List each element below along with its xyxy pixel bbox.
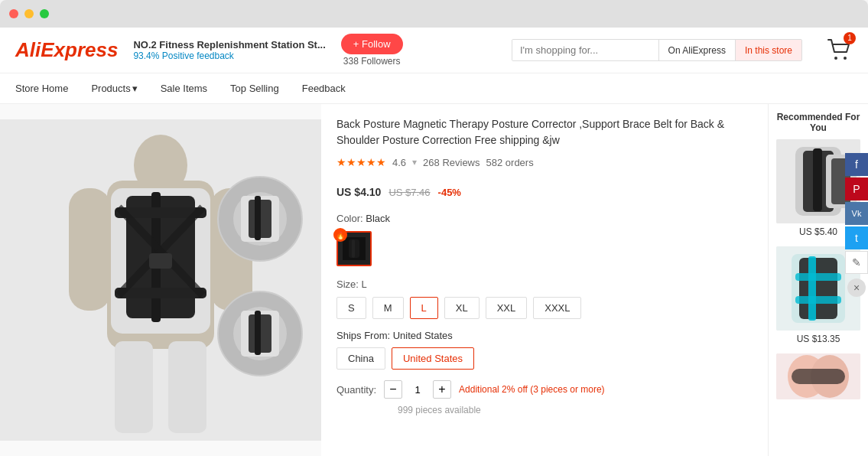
hot-icon: 🔥	[333, 228, 347, 242]
svg-rect-27	[352, 239, 355, 258]
nav-top-selling[interactable]: Top Selling	[230, 75, 279, 102]
size-l[interactable]: L	[410, 297, 438, 319]
feedback-label: Positive feedback	[162, 50, 234, 61]
color-section: Color: Black	[336, 211, 753, 225]
size-options: S M L XL XXL XXXL	[336, 297, 753, 319]
svg-rect-38	[795, 273, 841, 281]
price-original: US $7.46	[388, 187, 430, 198]
edit-button[interactable]: ✎	[845, 251, 868, 274]
svg-rect-6	[69, 188, 111, 311]
followers-count: 338 Followers	[343, 56, 401, 67]
svg-rect-14	[149, 253, 172, 269]
svg-rect-36	[799, 258, 837, 319]
color-swatch-area: 🔥	[336, 231, 753, 266]
vk-button[interactable]: Vk	[845, 202, 868, 225]
svg-point-4	[134, 135, 187, 196]
logo: AliExpress	[15, 38, 118, 62]
window-chrome	[0, 0, 868, 28]
size-s[interactable]: S	[336, 297, 366, 319]
quantity-label: Quantity:	[336, 384, 376, 396]
color-swatch-black[interactable]: 🔥	[336, 231, 372, 266]
ship-china[interactable]: China	[336, 347, 385, 370]
nav-sale-items[interactable]: Sale Items	[161, 75, 207, 102]
rating-value: 4.6	[392, 157, 406, 168]
color-label: Color:	[336, 213, 366, 224]
svg-rect-43	[792, 369, 845, 384]
main-wrapper: AliExpress NO.2 Fitness Replenishment St…	[0, 28, 868, 456]
quantity-decrease[interactable]: −	[384, 380, 402, 399]
size-xxxl[interactable]: XXXL	[533, 297, 581, 319]
ships-from-value: United States	[393, 330, 453, 341]
svg-rect-24	[255, 311, 261, 355]
maximize-btn[interactable]	[40, 9, 49, 18]
nav: Store Home Products ▾ Sale Items Top Sel…	[0, 73, 868, 104]
minimize-btn[interactable]	[24, 9, 34, 18]
rec-product-img-3	[776, 353, 860, 399]
pinterest-button[interactable]: P	[845, 178, 868, 200]
search-aliexpress-button[interactable]: On AliExpress	[658, 40, 735, 60]
cart-icon[interactable]: 1	[825, 35, 853, 66]
search-area: On AliExpress In this store	[512, 39, 802, 61]
ships-from-label: Ships From:	[336, 330, 393, 341]
content: Back Posture Magnetic Therapy Posture Co…	[0, 104, 868, 456]
quantity-value: 1	[410, 384, 425, 396]
size-label-row: Size: L	[336, 277, 753, 291]
svg-rect-39	[795, 296, 841, 304]
swatch-image	[343, 237, 366, 260]
size-xxl[interactable]: XXL	[486, 297, 528, 319]
price-currency: US $	[336, 186, 360, 198]
size-xl[interactable]: XL	[444, 297, 480, 319]
color-name: Black	[366, 213, 390, 224]
close-btn[interactable]	[9, 9, 18, 18]
rating-row: ★★★★★ 4.6 ▾ 268 Reviews 582 orders	[336, 156, 753, 168]
nav-feedback[interactable]: Feedback	[302, 75, 346, 102]
close-social-button[interactable]: ×	[847, 278, 866, 297]
recommended-item-3[interactable]	[776, 353, 860, 399]
product-main-image	[0, 119, 321, 441]
nav-products[interactable]: Products ▾	[91, 75, 137, 102]
search-input[interactable]	[512, 40, 658, 60]
product-image-area	[0, 104, 321, 456]
quantity-row: Quantity: − 1 + Additional 2% off (3 pie…	[336, 380, 753, 399]
social-sidebar: f P Vk t ✎ ×	[845, 153, 868, 300]
size-m[interactable]: M	[372, 297, 404, 319]
recommended-title: Recommended For You	[776, 112, 860, 133]
svg-rect-9	[168, 341, 206, 433]
svg-rect-8	[115, 341, 153, 433]
store-name: NO.2 Fitness Replenishment Station St...	[133, 39, 325, 50]
quantity-discount: Additional 2% off (3 pieces or more)	[459, 384, 605, 395]
facebook-button[interactable]: f	[845, 153, 868, 176]
nav-store-home[interactable]: Store Home	[15, 75, 68, 102]
store-info: NO.2 Fitness Replenishment Station St...…	[133, 39, 325, 61]
price-discount: -45%	[438, 187, 461, 198]
ship-us[interactable]: United States	[392, 347, 474, 370]
rec-img-3	[776, 353, 860, 399]
svg-point-1	[844, 57, 847, 60]
ships-from-row: Ships From: United States	[336, 330, 753, 341]
header: AliExpress NO.2 Fitness Replenishment St…	[0, 28, 868, 73]
store-feedback: 93.4% Positive feedback	[133, 50, 325, 61]
stars: ★★★★★	[336, 156, 386, 168]
rec-price-2: US $13.35	[776, 334, 860, 344]
price-amount: 4.10	[360, 186, 381, 198]
rating-dropdown[interactable]: ▾	[412, 157, 417, 168]
svg-point-0	[834, 57, 837, 60]
reviews-count: 268 Reviews	[423, 157, 480, 168]
quantity-increase[interactable]: +	[433, 380, 451, 399]
size-label: Size: L	[336, 278, 367, 290]
svg-rect-31	[813, 148, 822, 211]
svg-rect-19	[255, 196, 261, 240]
price-row: US $4.10 US $7.46 -45%	[336, 179, 753, 200]
ship-options: China United States	[336, 347, 753, 370]
cart-badge: 1	[844, 32, 856, 44]
product-title: Back Posture Magnetic Therapy Posture Co…	[336, 116, 753, 148]
dropdown-arrow: ▾	[132, 83, 138, 94]
orders-count: 582 orders	[486, 157, 534, 168]
follow-button[interactable]: + Follow	[341, 34, 403, 54]
twitter-button[interactable]: t	[845, 226, 868, 249]
product-price: US $4.10	[336, 179, 381, 200]
svg-rect-37	[808, 256, 816, 321]
feedback-pct: 93.4%	[133, 50, 159, 61]
search-store-button[interactable]: In this store	[735, 40, 801, 60]
quantity-available: 999 pieces available	[398, 405, 753, 415]
